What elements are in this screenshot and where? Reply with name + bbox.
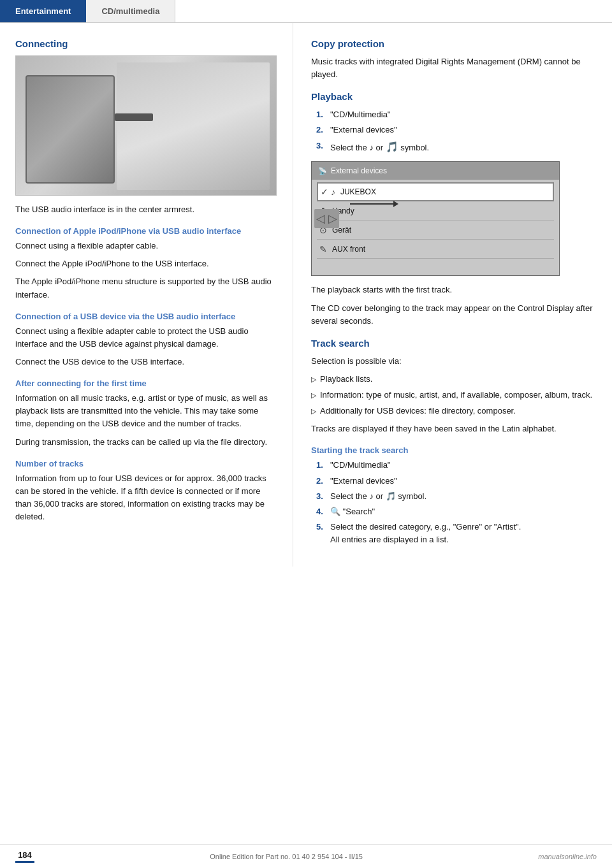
playback-note1: The playback starts with the first track… bbox=[311, 284, 597, 296]
apple-p2: Connect the Apple iPod/iPhone to the USB… bbox=[15, 257, 277, 270]
starting-item-2-num: 2. bbox=[316, 475, 330, 488]
playback-item-3: 3. Select the ♪ or 🎵 symbol. bbox=[316, 140, 597, 156]
page-number-container: 184 bbox=[15, 850, 34, 863]
playback-list: 1. "CD/Multimedia" 2. "External devices"… bbox=[316, 108, 597, 155]
bullet-arrow-1: ▷ bbox=[311, 373, 320, 386]
playback-item-1-num: 1. bbox=[316, 108, 330, 121]
first-time-p1: Information on all music tracks, e.g. ar… bbox=[15, 392, 277, 430]
usb-description: The USB audio interface is in the center… bbox=[15, 203, 277, 216]
screen-row-aux-icon: ✎ bbox=[319, 244, 327, 254]
screen-body: ✓ ♪ JUKEBOX ✿ Handy ⊙ Gerät ✎ AUX front bbox=[312, 180, 559, 275]
starting-item-1-num: 1. bbox=[316, 459, 330, 472]
right-column: Copy protection Music tracks with integr… bbox=[293, 23, 612, 567]
starting-item-4-num: 4. bbox=[316, 505, 330, 518]
copy-protection-title: Copy protection bbox=[311, 38, 597, 49]
bullet-text-3: Additionally for USB devices: file direc… bbox=[320, 405, 516, 417]
starting-item-2-text: "External devices" bbox=[330, 475, 397, 488]
screen-row-jukebox: ✓ ♪ JUKEBOX bbox=[317, 182, 554, 201]
screen-row-jukebox-text: JUKEBOX bbox=[340, 187, 376, 196]
page-number: 184 bbox=[18, 850, 32, 860]
starting-title: Starting the track search bbox=[311, 445, 597, 455]
starting-item-3-text: Select the ♪ or 🎵 symbol. bbox=[330, 490, 426, 503]
number-tracks-p1: Information from up to four USB devices … bbox=[15, 472, 277, 524]
starting-item-4-text: 🔍 "Search" bbox=[330, 505, 375, 518]
bullet-item-2: ▷ Information: type of music, artist, an… bbox=[311, 389, 597, 401]
footer-logo: manualsonline.info bbox=[538, 853, 597, 860]
usb-plug-image bbox=[115, 113, 153, 121]
starting-item-5-num: 5. bbox=[316, 521, 330, 546]
usb-p1: Connect using a flexible adapter cable t… bbox=[15, 325, 277, 351]
bullet-item-1: ▷ Playback lists. bbox=[311, 373, 597, 386]
track-search-intro: Selection is possible via: bbox=[311, 355, 597, 368]
footer-center-text: Online Edition for Part no. 01 40 2 954 … bbox=[210, 853, 363, 860]
screen-row-aux-text: AUX front bbox=[332, 245, 365, 254]
screen-image: 📡 External devices ✓ ♪ JUKEBOX ✿ Handy ⊙… bbox=[311, 161, 560, 276]
starting-list: 1. "CD/Multimedia" 2. "External devices"… bbox=[316, 459, 597, 546]
usb-section-title: Connection of a USB device via the USB a… bbox=[15, 312, 277, 321]
screen-row-jukebox-icon: ✓ ♪ bbox=[321, 187, 335, 197]
bullet-text-1: Playback lists. bbox=[320, 373, 372, 386]
left-column: Connecting The USB audio interface is in… bbox=[0, 23, 293, 567]
usb-device-image-right bbox=[117, 62, 270, 190]
usb-device-image-left bbox=[26, 75, 115, 184]
screen-inner: 📡 External devices ✓ ♪ JUKEBOX ✿ Handy ⊙… bbox=[312, 162, 559, 275]
first-time-title: After connecting for the first time bbox=[15, 379, 277, 388]
starting-item-3: 3. Select the ♪ or 🎵 symbol. bbox=[316, 490, 597, 503]
apple-p3: The Apple iPod/iPhone menu structure is … bbox=[15, 275, 277, 301]
starting-item-5-text: Select the desired category, e.g., "Genr… bbox=[330, 521, 521, 546]
screen-left-arrow: ◁ ▷ bbox=[314, 209, 339, 228]
track-search-bullets: ▷ Playback lists. ▷ Information: type of… bbox=[311, 373, 597, 417]
track-search-note: Tracks are displayed if they have been s… bbox=[311, 423, 597, 435]
playback-item-2: 2. "External devices" bbox=[316, 124, 597, 136]
bullet-arrow-2: ▷ bbox=[311, 389, 320, 401]
bullet-text-2: Information: type of music, artist, and,… bbox=[320, 389, 592, 401]
tab-cd-multimedia[interactable]: CD/multimedia bbox=[86, 0, 175, 22]
screen-wifi-icon: 📡 bbox=[318, 167, 327, 175]
tab-cd-multimedia-label: CD/multimedia bbox=[101, 6, 159, 16]
screen-header-bar: 📡 External devices bbox=[312, 162, 559, 180]
copy-protection-p1: Music tracks with integrated Digital Rig… bbox=[311, 55, 597, 81]
usb-image bbox=[15, 55, 277, 196]
number-tracks-title: Number of tracks bbox=[15, 459, 277, 468]
bullet-item-3: ▷ Additionally for USB devices: file dir… bbox=[311, 405, 597, 417]
screen-row-gerat: ⊙ Gerät bbox=[317, 221, 554, 240]
main-content: Connecting The USB audio interface is in… bbox=[0, 23, 612, 567]
screen-pointer bbox=[350, 203, 395, 205]
starting-item-3-num: 3. bbox=[316, 490, 330, 503]
playback-item-3-num: 3. bbox=[316, 140, 330, 156]
starting-item-4: 4. 🔍 "Search" bbox=[316, 505, 597, 518]
starting-item-5: 5. Select the desired category, e.g., "G… bbox=[316, 521, 597, 546]
screen-header-text: External devices bbox=[331, 166, 387, 175]
apple-p1: Connect using a flexible adapter cable. bbox=[15, 240, 277, 252]
page-number-underline bbox=[15, 861, 34, 863]
screen-row-aux: ✎ AUX front bbox=[317, 240, 554, 259]
playback-item-2-text: "External devices" bbox=[330, 124, 397, 136]
starting-item-1: 1. "CD/Multimedia" bbox=[316, 459, 597, 472]
tab-entertainment[interactable]: Entertainment bbox=[0, 0, 86, 22]
connecting-title: Connecting bbox=[15, 38, 277, 49]
tab-entertainment-label: Entertainment bbox=[15, 6, 71, 16]
playback-item-3-text: Select the ♪ or 🎵 symbol. bbox=[330, 140, 429, 156]
playback-item-1-text: "CD/Multimedia" bbox=[330, 108, 390, 121]
bullet-arrow-3: ▷ bbox=[311, 405, 320, 417]
first-time-p2: During transmission, the tracks can be c… bbox=[15, 436, 277, 449]
playback-title: Playback bbox=[311, 91, 597, 102]
footer: 184 Online Edition for Part no. 01 40 2 … bbox=[0, 844, 612, 868]
playback-item-2-num: 2. bbox=[316, 124, 330, 136]
usb-p2: Connect the USB device to the USB interf… bbox=[15, 356, 277, 368]
page-header: Entertainment CD/multimedia bbox=[0, 0, 612, 23]
starting-item-2: 2. "External devices" bbox=[316, 475, 597, 488]
apple-section-title: Connection of Apple iPod/iPhone via USB … bbox=[15, 226, 277, 236]
starting-item-1-text: "CD/Multimedia" bbox=[330, 459, 390, 472]
track-search-title: Track search bbox=[311, 338, 597, 349]
playback-note2: The CD cover belonging to the track may … bbox=[311, 302, 597, 328]
playback-item-1: 1. "CD/Multimedia" bbox=[316, 108, 597, 121]
